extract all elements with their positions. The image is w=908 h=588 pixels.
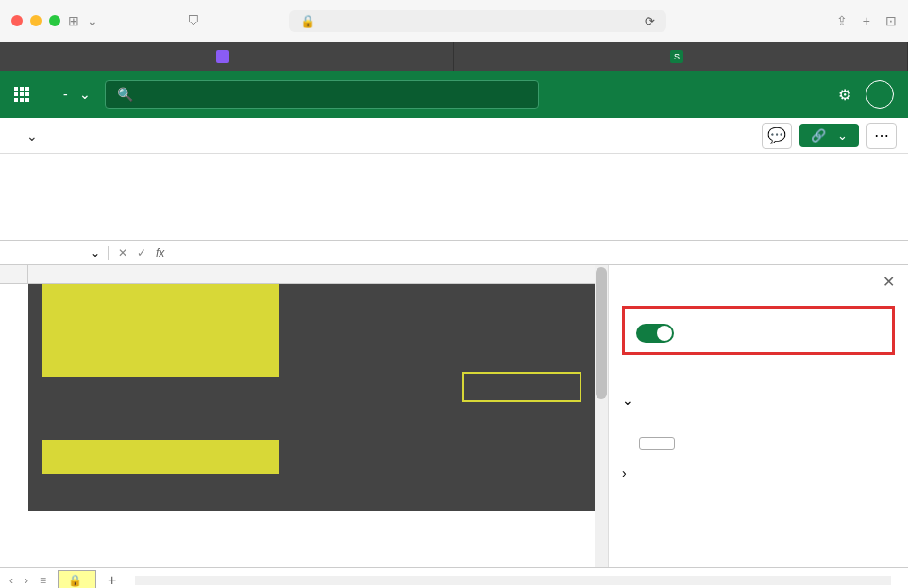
manage-protection-panel: ✕ ⌄ ›	[608, 265, 908, 567]
next-sheet-icon[interactable]: ›	[25, 574, 28, 587]
excel-icon: S	[670, 50, 683, 63]
share-icon: 🔗	[811, 128, 826, 143]
protect-sheet-toggle[interactable]	[636, 324, 674, 343]
avatar[interactable]	[866, 80, 894, 109]
ribbon-review	[0, 154, 908, 241]
chevron-down-icon[interactable]: ⌄	[87, 13, 98, 28]
chevron-right-icon: ›	[622, 465, 627, 480]
ms365-icon	[216, 50, 229, 63]
sidebar-icon[interactable]: ⊞	[68, 13, 79, 28]
share-button[interactable]: 🔗 ⌄	[799, 124, 859, 147]
search-icon: 🔍	[117, 87, 133, 102]
gear-icon[interactable]: ⚙	[838, 86, 851, 104]
cancel-formula-icon[interactable]: ✕	[118, 246, 127, 260]
add-range-button[interactable]	[639, 437, 675, 450]
sheet-area	[0, 265, 608, 567]
refresh-icon[interactable]: ⟳	[645, 14, 655, 28]
excel-header: - ⌄ 🔍 ⚙	[0, 71, 908, 118]
tabs-icon[interactable]: ⊡	[885, 13, 897, 28]
url-bar[interactable]: 🔒 ⟳	[289, 10, 666, 32]
minimize-window[interactable]	[30, 15, 42, 26]
prev-sheet-icon[interactable]: ‹	[9, 574, 13, 587]
scrollbar-thumb[interactable]	[596, 267, 607, 399]
chevron-down-icon: ⌄	[91, 246, 100, 260]
important-dates-header	[42, 440, 279, 474]
chrome-right: ⇪ + ⊡	[836, 13, 897, 28]
select-all-corner[interactable]	[0, 265, 28, 283]
sheet-tabs-bar: ‹ › ≡ 🔒 +	[0, 567, 908, 588]
browser-chrome: ⊞ ⌄ ⛉ 🔒 ⟳ ⇪ + ⊡	[0, 0, 908, 42]
ribbon-more[interactable]: ⌄	[11, 118, 53, 153]
today-date	[462, 372, 581, 402]
horizontal-scrollbar[interactable]	[135, 576, 891, 585]
calendar-content	[28, 284, 608, 511]
accept-formula-icon[interactable]: ✓	[137, 246, 146, 260]
protect-sheet-section	[622, 306, 895, 355]
protect-desc	[609, 362, 908, 385]
share-icon[interactable]: ⇪	[836, 13, 848, 28]
browser-tab-home[interactable]	[0, 42, 454, 71]
sheet-tab-calendar[interactable]: 🔒	[58, 570, 96, 588]
year-cell[interactable]	[42, 284, 279, 377]
column-headers	[0, 265, 608, 284]
unlocked-ranges-header[interactable]: ⌄	[622, 393, 895, 408]
shield-icon[interactable]: ⛉	[187, 13, 200, 28]
comments-button[interactable]: 💬	[762, 123, 792, 149]
lock-icon: 🔒	[68, 574, 82, 587]
close-window[interactable]	[11, 15, 23, 26]
maximize-window[interactable]	[49, 15, 60, 26]
search-input[interactable]: 🔍	[105, 80, 539, 109]
doc-name[interactable]: - ⌄	[58, 87, 91, 102]
traffic-lights	[11, 15, 60, 26]
close-icon[interactable]: ✕	[883, 273, 895, 291]
fx-icon[interactable]: fx	[156, 246, 174, 260]
vertical-scrollbar[interactable]	[595, 265, 608, 567]
all-sheets-icon[interactable]: ≡	[40, 574, 46, 587]
chevron-down-icon: ⌄	[79, 87, 91, 102]
formula-bar: ⌄ ✕ ✓ fx	[0, 241, 908, 265]
new-tab-icon[interactable]: +	[863, 13, 870, 28]
browser-tab-book7[interactable]: S	[454, 42, 908, 71]
main-area: ✕ ⌄ ›	[0, 265, 908, 567]
more-button[interactable]: ⋯	[866, 123, 897, 149]
add-sheet-button[interactable]: +	[108, 572, 116, 588]
chevron-down-icon: ⌄	[622, 393, 633, 408]
name-box[interactable]: ⌄	[0, 246, 109, 260]
unlocked-desc	[622, 408, 895, 430]
app-launcher-icon[interactable]	[14, 87, 29, 102]
password-section-header[interactable]: ›	[622, 465, 895, 480]
lock-icon: 🔒	[300, 14, 315, 28]
chevron-down-icon: ⌄	[837, 128, 848, 143]
browser-tabs: S	[0, 42, 908, 71]
ribbon-tabs: ⌄ 💬 🔗 ⌄ ⋯	[0, 118, 908, 154]
